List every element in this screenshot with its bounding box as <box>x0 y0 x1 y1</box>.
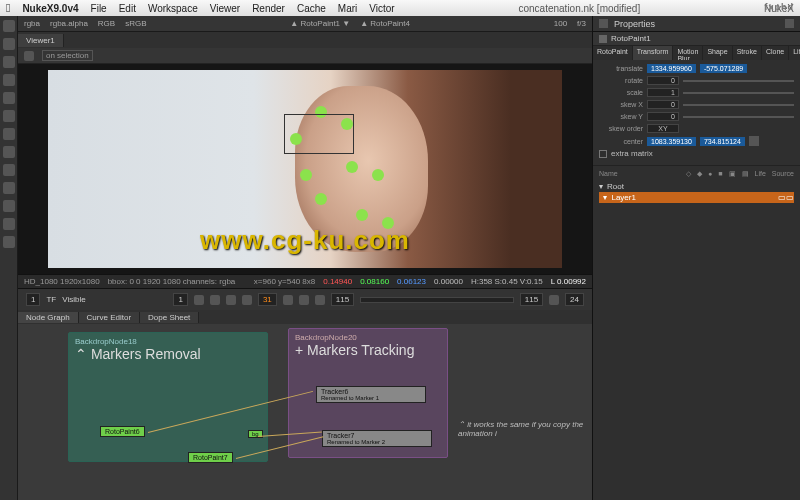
backdrop-label-2: BackdropNode20 <box>295 333 441 342</box>
viewer-tab[interactable]: Viewer1 <box>18 34 64 47</box>
viewer-canvas[interactable]: www.cg-ku.com <box>18 64 592 274</box>
current-frame[interactable]: 31 <box>258 293 277 306</box>
bezier-tool-icon[interactable] <box>3 38 15 50</box>
zoom-level[interactable]: 100 <box>554 19 567 28</box>
properties-title: Properties <box>614 19 655 29</box>
dodge-tool-icon[interactable] <box>3 182 15 194</box>
menu-render[interactable]: Render <box>252 3 285 14</box>
clone-tool-icon[interactable] <box>3 128 15 140</box>
col-name: Name <box>599 170 680 178</box>
channel-sel-2[interactable]: rgba.alpha <box>50 19 88 28</box>
brush-tool-icon[interactable] <box>3 110 15 122</box>
ptab-clone[interactable]: Clone <box>762 46 789 60</box>
burn-tool-icon[interactable] <box>3 200 15 212</box>
node-rotopaint6[interactable]: RotoPaint6 <box>100 426 145 437</box>
menu-workspace[interactable]: Workspace <box>148 3 198 14</box>
comp-tab-active[interactable]: RotoPaint1 <box>300 19 340 28</box>
center-y[interactable]: 734.815124 <box>700 137 745 146</box>
scale-val[interactable]: 1 <box>647 88 679 97</box>
ptab-rotopaint[interactable]: RotoPaint <box>593 46 633 60</box>
close-icon[interactable] <box>785 19 794 28</box>
tab-dope-sheet[interactable]: Dope Sheet <box>140 312 199 323</box>
menu-victor[interactable]: Victor <box>369 3 394 14</box>
format-info: HD_1080 1920x1080 <box>24 277 100 286</box>
backdrop-label-1: BackdropNode18 <box>75 337 261 346</box>
timeline[interactable]: 1 TF Visible 1 31 115 115 24 <box>18 288 592 310</box>
skewx-val[interactable]: 0 <box>647 100 679 109</box>
fstop[interactable]: f/3 <box>577 19 586 28</box>
node-color-icon[interactable] <box>599 35 607 43</box>
step-fwd-icon[interactable] <box>299 295 309 305</box>
skewy-slider[interactable] <box>683 116 794 118</box>
add-point-tool-icon[interactable] <box>3 218 15 230</box>
comp-tab-inactive[interactable]: RotoPaint4 <box>370 19 410 28</box>
col-source: Source <box>772 170 794 178</box>
pixel-l: L 0.00992 <box>551 277 586 286</box>
ptab-transform[interactable]: Transform <box>633 46 674 60</box>
translate-y[interactable]: -575.071289 <box>700 64 747 73</box>
timeline-scrubber[interactable] <box>360 297 514 303</box>
rotate-val[interactable]: 0 <box>647 76 679 85</box>
remove-point-tool-icon[interactable] <box>3 236 15 248</box>
skip-start-icon[interactable] <box>194 295 204 305</box>
skip-end-icon[interactable] <box>315 295 325 305</box>
backdrop-markers-removal[interactable]: BackdropNode18 ⌃ Markers Removal <box>68 332 268 462</box>
scale-slider[interactable] <box>683 92 794 94</box>
layer-root[interactable]: ▾ Root <box>599 181 794 192</box>
menu-file[interactable]: File <box>91 3 107 14</box>
roto-selection-box[interactable] <box>284 114 354 154</box>
select-tool-icon[interactable] <box>3 20 15 32</box>
cursor-coords: x=960 y=540 8x8 <box>254 277 315 286</box>
ptab-lifetime[interactable]: Lifet <box>789 46 800 60</box>
ellipse-tool-icon[interactable] <box>3 74 15 86</box>
center-x[interactable]: 1083.359130 <box>647 137 696 146</box>
visibility-toggle[interactable]: Visible <box>62 295 85 304</box>
ptab-stroke[interactable]: Stroke <box>733 46 762 60</box>
end-frame[interactable]: 115 <box>331 293 354 306</box>
graph-hint: ⌃ it works the same if you copy the anim… <box>458 420 592 438</box>
rectangle-tool-icon[interactable] <box>3 92 15 104</box>
rotate-slider[interactable] <box>683 80 794 82</box>
blur-tool-icon[interactable] <box>3 146 15 158</box>
colorspace-out[interactable]: sRGB <box>125 19 146 28</box>
center-target-icon[interactable] <box>749 136 759 146</box>
node-tracker6[interactable]: Tracker6 Renamed to Marker 1 <box>316 386 426 403</box>
stop-icon[interactable] <box>242 295 252 305</box>
bspline-tool-icon[interactable] <box>3 56 15 68</box>
menu-viewer[interactable]: Viewer <box>210 3 240 14</box>
skewy-val[interactable]: 0 <box>647 112 679 121</box>
app-menu[interactable]: NukeX9.0v4 <box>22 3 78 14</box>
layer-layer1[interactable]: ▾ Layer1▭▭ <box>599 192 794 203</box>
step-back-icon[interactable] <box>210 295 220 305</box>
tab-curve-editor[interactable]: Curve Editor <box>79 312 140 323</box>
play-fwd-icon[interactable] <box>283 295 293 305</box>
reveal-tool-icon[interactable] <box>3 164 15 176</box>
apple-menu-icon[interactable]:  <box>6 1 10 15</box>
menu-mari[interactable]: Mari <box>338 3 357 14</box>
loop-icon[interactable] <box>549 295 559 305</box>
menu-cache[interactable]: Cache <box>297 3 326 14</box>
node-graph[interactable]: BackdropNode18 ⌃ Markers Removal Backdro… <box>18 324 592 500</box>
play-back-icon[interactable] <box>226 295 236 305</box>
colorspace-in[interactable]: RGB <box>98 19 115 28</box>
ptab-shape[interactable]: Shape <box>703 46 732 60</box>
mac-menubar[interactable]:  NukeX9.0v4 File Edit Workspace Viewer … <box>0 0 800 16</box>
lock-icon[interactable] <box>599 19 608 28</box>
channel-sel-1[interactable]: rgba <box>24 19 40 28</box>
fxphd-logo: fxphd <box>765 2 795 12</box>
extra-matrix-checkbox[interactable] <box>599 150 607 158</box>
stroke-tool-icon[interactable] <box>24 51 34 61</box>
start-frame[interactable]: 1 <box>26 293 40 306</box>
pixel-g: 0.08160 <box>360 277 389 286</box>
node-tracker7[interactable]: Tracker7 Renamed to Marker 2 <box>322 430 432 447</box>
tab-node-graph[interactable]: Node Graph <box>18 312 79 323</box>
panel-node-name[interactable]: RotoPaint1 <box>611 34 651 43</box>
translate-x[interactable]: 1334.959960 <box>647 64 696 73</box>
stroke-selection-mode[interactable]: on selection <box>42 50 93 61</box>
ptab-motionblur[interactable]: Motion Blur <box>673 46 703 60</box>
menu-edit[interactable]: Edit <box>119 3 136 14</box>
fps-field[interactable]: 24 <box>565 293 584 306</box>
skewx-slider[interactable] <box>683 104 794 106</box>
node-rotopaint7[interactable]: RotoPaint7 <box>188 452 233 463</box>
skeworder-val[interactable]: XY <box>647 124 679 133</box>
